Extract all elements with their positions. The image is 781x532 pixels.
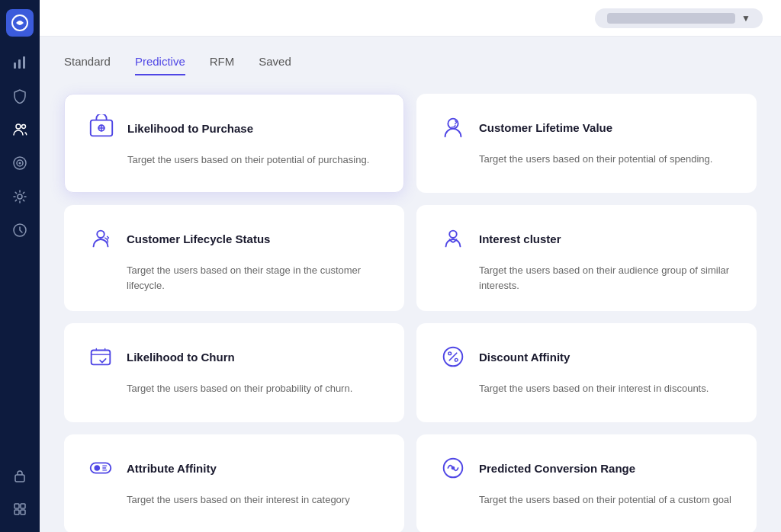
- sidebar-item-grid[interactable]: [6, 495, 34, 523]
- sidebar-item-chart[interactable]: [6, 49, 34, 76]
- sidebar-item-shield[interactable]: [6, 82, 34, 110]
- svg-point-28: [452, 466, 455, 470]
- card-title: Predicted Conversion Range: [479, 462, 635, 475]
- card-title: Likelihood to Purchase: [127, 122, 253, 135]
- tab-predictive[interactable]: Predictive: [135, 55, 185, 75]
- card-description: Target the users based on their audience…: [479, 263, 735, 293]
- sidebar-item-users[interactable]: [6, 116, 34, 143]
- svg-rect-13: [21, 504, 25, 508]
- svg-rect-21: [92, 350, 111, 364]
- card-likelihood-churn[interactable]: Likelihood to Churn Target the users bas…: [64, 323, 404, 422]
- svg-rect-14: [14, 510, 19, 514]
- sidebar-item-target[interactable]: [6, 149, 34, 177]
- card-title: Likelihood to Churn: [127, 351, 235, 364]
- card-description: Target the users based on their stage in…: [127, 263, 383, 293]
- card-description: Target the users based on their interest…: [479, 381, 735, 396]
- lifecycle-icon: [85, 223, 116, 254]
- card-description: Target the users based on their potentia…: [479, 152, 735, 167]
- svg-rect-1: [14, 62, 16, 69]
- card-description: Target the users based on their potentia…: [127, 152, 382, 168]
- cards-grid: Likelihood to Purchase Target the users …: [64, 94, 757, 532]
- main-content: ▼ Standard Predictive RFM Saved: [40, 0, 781, 532]
- tab-saved[interactable]: Saved: [259, 55, 291, 75]
- svg-point-5: [22, 125, 26, 129]
- tab-standard[interactable]: Standard: [64, 55, 111, 75]
- discount-icon: [438, 341, 468, 372]
- svg-rect-2: [18, 59, 21, 69]
- svg-rect-15: [21, 510, 25, 514]
- svg-point-20: [449, 231, 456, 238]
- sidebar-item-settings[interactable]: [6, 183, 34, 210]
- card-customer-lifetime-value[interactable]: Customer Lifetime Value Target the users…: [416, 94, 757, 193]
- lifetime-icon: [438, 112, 468, 143]
- card-discount-affinity[interactable]: Discount Affinity Target the users based…: [416, 323, 757, 422]
- card-description: Target the users based on their interest…: [127, 492, 383, 508]
- svg-rect-12: [14, 504, 19, 508]
- svg-point-8: [19, 162, 21, 165]
- card-title: Interest cluster: [479, 232, 561, 245]
- card-interest-cluster[interactable]: Interest cluster Target the users based …: [416, 205, 757, 311]
- sidebar-logo[interactable]: [6, 9, 34, 37]
- attribute-icon: [85, 453, 116, 483]
- svg-point-26: [94, 465, 100, 471]
- card-predicted-conversion[interactable]: Predicted Conversion Range Target the us…: [416, 434, 757, 532]
- card-attribute-affinity[interactable]: Attribute Affinity Target the users base…: [64, 434, 404, 532]
- card-customer-lifecycle-status[interactable]: Customer Lifecycle Status Target the use…: [64, 205, 404, 311]
- svg-point-19: [97, 231, 104, 238]
- tab-rfm[interactable]: RFM: [210, 55, 235, 75]
- svg-point-9: [18, 194, 22, 199]
- sidebar-item-clock[interactable]: [6, 216, 34, 244]
- topbar: ▼: [40, 0, 781, 37]
- chevron-down-icon: ▼: [741, 13, 750, 24]
- workspace-dropdown[interactable]: ▼: [595, 8, 763, 28]
- churn-icon: [85, 341, 116, 372]
- content-area: Standard Predictive RFM Saved: [40, 37, 781, 532]
- card-title: Discount Affinity: [479, 351, 570, 364]
- svg-rect-11: [15, 475, 24, 482]
- svg-point-4: [16, 124, 21, 129]
- svg-point-24: [455, 358, 458, 361]
- purchase-icon: [86, 113, 117, 143]
- card-title: Customer Lifetime Value: [479, 121, 612, 134]
- conversion-icon: [438, 453, 468, 483]
- sidebar-item-lock[interactable]: [6, 462, 34, 489]
- svg-rect-3: [23, 56, 25, 69]
- interest-icon: [438, 223, 468, 254]
- tab-bar: Standard Predictive RFM Saved: [64, 55, 757, 75]
- svg-point-23: [448, 352, 452, 355]
- card-title: Attribute Affinity: [127, 462, 217, 475]
- sidebar: [0, 0, 40, 532]
- card-likelihood-purchase[interactable]: Likelihood to Purchase Target the users …: [64, 94, 404, 193]
- card-description: Target the users based on their potentia…: [479, 492, 735, 508]
- card-title: Customer Lifecycle Status: [127, 232, 270, 245]
- svg-rect-25: [91, 463, 111, 473]
- card-description: Target the users based on their probabil…: [127, 381, 383, 396]
